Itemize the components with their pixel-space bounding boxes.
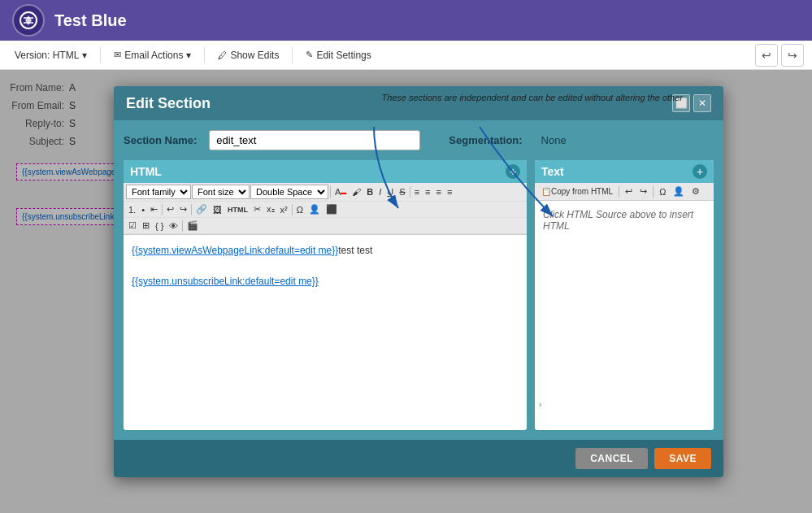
toolbar-separator-2 <box>204 47 205 63</box>
text-editor-toolbar: 📋 Copy from HTML ↩ ↪ Ω 👤 ⚙ <box>535 183 714 201</box>
cut-button[interactable]: ✂ <box>251 203 263 215</box>
edit-settings-button[interactable]: ✎ Edit Settings <box>299 46 377 64</box>
html-editor-toolbar: Font family Font size Double Space A▬ 🖌 <box>124 183 527 235</box>
html-editor-title: HTML <box>130 165 162 178</box>
align-right-button[interactable]: ≡ <box>434 186 444 198</box>
text-editor-add-button[interactable]: + <box>693 164 707 179</box>
app-title: Test Blue <box>54 11 127 30</box>
html-toolbar-row3: ☑ ⊞ { } 👁 🎬 <box>124 218 527 234</box>
redo-button[interactable]: ↪ <box>781 44 804 67</box>
html-source-button[interactable]: HTML <box>225 205 250 215</box>
cancel-button[interactable]: CANCEL <box>575 448 648 469</box>
email-actions-chevron-icon: ▾ <box>186 50 191 61</box>
more-button[interactable]: ⬛ <box>323 203 340 215</box>
toolbar-sep-5 <box>292 204 293 215</box>
editors-row: HTML + Font family Font size <box>124 160 714 430</box>
html-editor-header: HTML + <box>124 160 527 183</box>
toolbar-sep-4 <box>191 204 192 215</box>
toolbar-sep-3 <box>162 204 163 215</box>
preview-button[interactable]: 👁 <box>167 220 180 232</box>
html-toolbar-row1: Font family Font size Double Space A▬ 🖌 <box>124 183 527 202</box>
copy-from-html-label: Copy from HTML <box>551 187 613 196</box>
text-personalize-button[interactable]: 👤 <box>671 185 687 198</box>
text-editor-scrollbar-area: › <box>535 396 714 412</box>
version-dropdown[interactable]: Version: HTML ▾ <box>8 46 93 64</box>
section-name-label: Section Name: <box>124 134 197 146</box>
html-editor-content[interactable]: {{system.viewAsWebpageLink:default=edit … <box>124 235 527 430</box>
outdent-button[interactable]: ⇤ <box>148 203 160 215</box>
modal-close-button[interactable]: ✕ <box>693 94 711 112</box>
toolbar-sep-6 <box>182 220 183 232</box>
app-logo <box>12 4 45 37</box>
italic-button[interactable]: I <box>376 186 384 198</box>
text-editor-content[interactable]: Click HTML Source above to insert HTML <box>535 201 714 396</box>
text-placeholder: Click HTML Source above to insert HTML <box>543 209 693 232</box>
bold-button[interactable]: B <box>364 186 376 198</box>
text-toolbar-sep2 <box>653 186 654 198</box>
undo-editor-button[interactable]: ↩ <box>164 203 176 215</box>
unordered-list-button[interactable]: • <box>139 204 147 215</box>
line-spacing-select[interactable]: Double Space <box>250 185 328 199</box>
underline-button[interactable]: U <box>384 186 396 198</box>
superscript-button[interactable]: x² <box>278 204 290 215</box>
font-color-button[interactable]: A▬ <box>332 186 349 198</box>
redo-editor-button[interactable]: ↪ <box>177 203 189 215</box>
save-button[interactable]: SAVE <box>654 448 711 469</box>
subscript-button[interactable]: x₂ <box>264 203 277 215</box>
edit-settings-label: Edit Settings <box>316 50 371 61</box>
version-chevron-icon: ▾ <box>82 50 87 61</box>
link-button[interactable]: 🔗 <box>193 203 210 215</box>
font-family-select[interactable]: Font family <box>126 185 191 199</box>
html-editor-add-button[interactable]: + <box>506 164 520 179</box>
check-button[interactable]: ☑ <box>126 220 139 232</box>
ordered-list-button[interactable]: 1. <box>126 204 138 215</box>
code-button[interactable]: { } <box>153 220 166 232</box>
toolbar: Version: HTML ▾ ✉ Email Actions ▾ 🖊 Show… <box>0 41 812 70</box>
special-chars-button[interactable]: Ω <box>294 204 306 215</box>
toolbar-sep-1 <box>330 186 331 198</box>
html-toolbar-row2: 1. • ⇤ ↩ ↪ 🔗 🖼 HTML ✂ x₂ x² <box>124 202 527 218</box>
section-name-input[interactable] <box>209 130 420 150</box>
text-editor-title: Text <box>541 165 564 178</box>
edit-section-modal: Edit Section These sections are independ… <box>114 86 723 477</box>
text-redo-button[interactable]: ↪ <box>637 185 649 198</box>
show-edits-button[interactable]: 🖊 Show Edits <box>211 46 285 64</box>
text-scroll-indicator: › <box>539 400 541 409</box>
segmentation-value: None <box>541 134 567 146</box>
html-content-line1: {{system.viewAsWebpageLink:default=edit … <box>132 243 519 259</box>
font-size-select[interactable]: Font size <box>192 185 250 199</box>
align-center-button[interactable]: ≡ <box>423 186 432 198</box>
toolbar-separator-1 <box>100 47 101 63</box>
show-edits-label: Show Edits <box>230 50 279 61</box>
html-content-line2 <box>132 259 519 274</box>
text-special-chars-button[interactable]: Ω <box>657 186 668 198</box>
toolbar-sep-2 <box>410 186 410 198</box>
toolbar-separator-3 <box>292 47 293 63</box>
text-format-button[interactable]: ⚙ <box>689 185 702 198</box>
modal-body: Section Name: Segmentation: None HTML + <box>114 120 723 440</box>
image-button[interactable]: 🖼 <box>211 204 224 215</box>
toolbar-right: ↩ ↪ <box>755 44 804 67</box>
email-actions-button[interactable]: ✉ Email Actions ▾ <box>107 46 198 64</box>
html-content-line3: {{system.unsubscribeLink:default=edit me… <box>132 274 519 289</box>
align-justify-button[interactable]: ≡ <box>445 186 454 198</box>
section-name-row: Section Name: Segmentation: None <box>124 130 714 150</box>
modal-header: Edit Section These sections are independ… <box>114 86 723 120</box>
email-actions-label: Email Actions <box>124 50 183 61</box>
undo-button[interactable]: ↩ <box>755 44 778 67</box>
personalize-button[interactable]: 👤 <box>306 203 323 215</box>
strikethrough-button[interactable]: S <box>397 186 407 198</box>
main-content: From Name: A From Email: S Reply-to: S S… <box>0 70 812 513</box>
text-editor-header: Text + <box>535 160 714 183</box>
modal-title: Edit Section <box>126 95 211 112</box>
copy-from-html-button[interactable]: 📋 Copy from HTML <box>539 186 615 197</box>
text-undo-button[interactable]: ↩ <box>623 185 635 198</box>
text-toolbar-sep <box>619 186 619 198</box>
modal-note: These sections are independent and can b… <box>381 93 683 102</box>
highlight-button[interactable]: 🖌 <box>350 186 363 198</box>
html-editor: HTML + Font family Font size <box>124 160 527 430</box>
media-button[interactable]: 🎬 <box>185 220 201 232</box>
align-left-button[interactable]: ≡ <box>412 186 422 198</box>
text-editor: Text + 📋 Copy from HTML ↩ ↪ Ω 👤 <box>535 160 714 430</box>
table-button[interactable]: ⊞ <box>140 220 152 232</box>
